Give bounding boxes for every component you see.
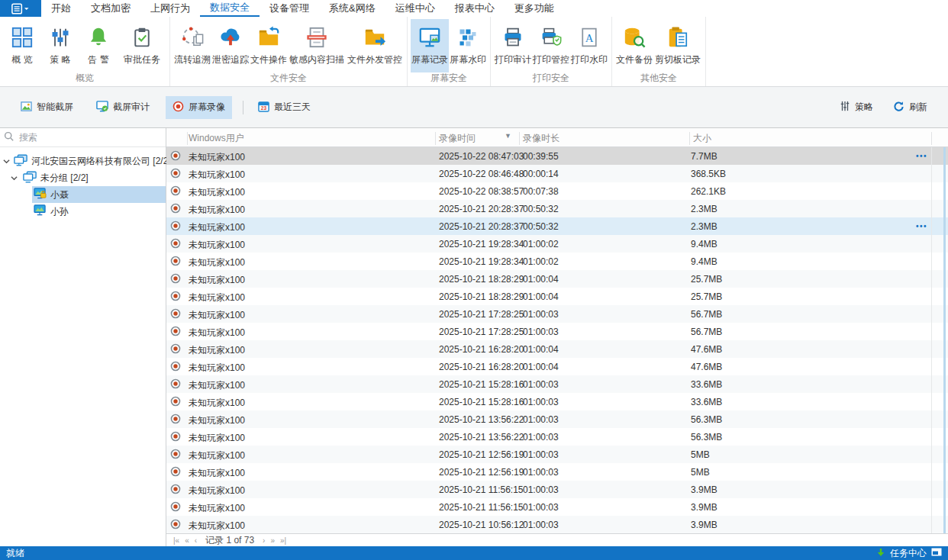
clipboard-record-button[interactable]: 剪切板记录 xyxy=(653,19,702,72)
smart-capture-button[interactable]: 智能截屏 xyxy=(14,96,80,119)
record-icon xyxy=(170,378,181,391)
file-backup-button[interactable]: 文件备份 xyxy=(615,19,653,72)
table-row[interactable]: 未知玩家x1002025-10-21 15:28:1601:00:0333.6M… xyxy=(166,393,948,410)
tab-ops-center[interactable]: 运维中心 xyxy=(385,0,445,17)
tree-node-company[interactable]: 河北安国云网络科技有限公司 [2/2] xyxy=(0,153,166,169)
tab-more[interactable]: 更多功能 xyxy=(505,0,564,17)
tree-node-terminal-xiaonie[interactable]: 小聂 xyxy=(0,186,166,203)
file-operations-button[interactable]: 文件操作 xyxy=(250,19,288,72)
table-row[interactable]: 未知玩家x1002025-10-21 12:56:1901:00:035MB xyxy=(166,446,948,463)
cell-record-time: 2025-10-21 20:28:37 xyxy=(439,204,524,214)
record-icon xyxy=(170,501,181,514)
cell-record-time: 2025-10-22 08:46:48 xyxy=(439,169,524,179)
record-icon xyxy=(170,185,181,198)
print-control-button[interactable]: 打印管控 xyxy=(532,19,570,72)
refresh-button[interactable]: 刷新 xyxy=(886,96,934,119)
cell-record-time: 2025-10-21 17:28:25 xyxy=(439,309,524,320)
prev-page-button[interactable]: ‹ xyxy=(195,536,197,545)
task-center-button[interactable]: 任务中心 xyxy=(876,547,942,560)
calendar-icon: 23 xyxy=(258,101,269,114)
tab-doc-encrypt[interactable]: 文档加密 xyxy=(81,0,140,17)
approval-tasks-button[interactable]: 审批任务 xyxy=(118,19,166,72)
column-header-duration[interactable]: 录像时长 xyxy=(523,132,559,145)
strategy-button[interactable]: 策略 xyxy=(833,96,880,119)
sensitive-scan-button[interactable]: 敏感内容扫描 xyxy=(288,19,346,72)
cell-windows-user: 未知玩家x100 xyxy=(189,204,245,217)
first-page-button[interactable]: |« xyxy=(173,536,179,545)
table-row[interactable]: 未知玩家x1002025-10-21 20:28:3700:50:322.3MB xyxy=(166,200,948,217)
print-watermark-button[interactable]: A 打印水印 xyxy=(570,19,608,72)
record-icon xyxy=(170,396,181,409)
cell-duration: 01:00:04 xyxy=(523,362,559,372)
prev-block-button[interactable]: « xyxy=(185,536,189,545)
row-menu-button[interactable]: ••• xyxy=(916,222,927,230)
tab-home[interactable]: 开始 xyxy=(41,0,81,17)
print-audit-button[interactable]: 打印审计 xyxy=(494,19,532,72)
flow-trace-button[interactable]: 流转追溯 xyxy=(173,19,211,72)
cell-duration: 01:00:02 xyxy=(523,256,559,267)
table-row[interactable]: 未知玩家x1002025-10-22 08:46:4800:00:14368.5… xyxy=(166,165,948,182)
cell-windows-user: 未知玩家x100 xyxy=(189,309,245,322)
cell-windows-user: 未知玩家x100 xyxy=(189,449,245,462)
sort-descending-icon[interactable]: ▼ xyxy=(505,132,511,140)
capture-audit-button[interactable]: 截屏审计 xyxy=(89,96,156,119)
table-row[interactable]: 未知玩家x1002025-10-21 16:28:2001:00:0447.6M… xyxy=(166,358,948,375)
table-row[interactable]: 未知玩家x1002025-10-21 15:28:1601:00:0333.6M… xyxy=(166,375,948,393)
last-page-button[interactable]: »| xyxy=(280,536,286,545)
cell-size: 56.3MB xyxy=(691,414,722,425)
tab-web-behavior[interactable]: 上网行为 xyxy=(140,0,200,17)
column-header-size[interactable]: 大小 xyxy=(693,132,711,145)
recent-three-days-button[interactable]: 23 最近三天 xyxy=(251,96,318,119)
column-header-record-time[interactable]: 录像时间 xyxy=(439,132,476,145)
app-menu-button[interactable] xyxy=(0,0,41,17)
table-row[interactable]: 未知玩家x1002025-10-21 20:28:3700:50:322.3MB… xyxy=(166,217,948,235)
table-row[interactable]: 未知玩家x1002025-10-21 10:56:1201:00:033.9MB xyxy=(166,516,948,533)
column-header-windows-user[interactable]: Windows用户 xyxy=(189,132,244,145)
tree-node-ungrouped[interactable]: 未分组 [2/2] xyxy=(0,169,166,186)
table-row[interactable]: 未知玩家x1002025-10-22 08:47:0300:39:557.7MB… xyxy=(166,147,948,165)
column-divider xyxy=(435,132,436,145)
table-row[interactable]: 未知玩家x1002025-10-21 17:28:2501:00:0356.7M… xyxy=(166,323,948,340)
leak-trace-button[interactable]: 泄密追踪 xyxy=(211,19,250,72)
cell-windows-user: 未知玩家x100 xyxy=(189,291,245,304)
row-menu-button[interactable]: ••• xyxy=(916,152,927,160)
file-outgoing-control-button[interactable]: 文件外发管控 xyxy=(346,19,404,72)
cell-size: 3.9MB xyxy=(691,502,717,513)
vertical-scrollbar[interactable] xyxy=(943,147,946,533)
chevron-down-icon[interactable] xyxy=(11,175,19,182)
cell-windows-user: 未知玩家x100 xyxy=(189,169,245,182)
screen-video-button[interactable]: 屏幕录像 xyxy=(166,96,232,119)
chevron-down-icon[interactable] xyxy=(3,158,10,165)
status-bar: 就绪 任务中心 xyxy=(0,546,948,560)
table-row[interactable]: 未知玩家x1002025-10-21 13:56:2201:00:0356.3M… xyxy=(166,428,948,446)
tree-node-terminal-xiaosun[interactable]: 小孙 xyxy=(0,203,166,220)
table-row[interactable]: 未知玩家x1002025-10-21 13:56:2201:00:0356.3M… xyxy=(166,410,948,428)
table-row[interactable]: 未知玩家x1002025-10-21 17:28:2501:00:0356.7M… xyxy=(166,305,948,323)
next-block-button[interactable]: » xyxy=(270,536,275,545)
record-icon xyxy=(170,343,181,356)
screen-record-button[interactable]: 屏幕记录 xyxy=(411,19,449,72)
table-row[interactable]: 未知玩家x1002025-10-21 19:28:3401:00:029.4MB xyxy=(166,253,948,270)
alert-button[interactable]: 告 警 xyxy=(79,19,118,72)
overview-button[interactable]: 概 览 xyxy=(3,19,41,72)
table-row[interactable]: 未知玩家x1002025-10-22 08:38:5700:07:38262.1… xyxy=(166,182,948,200)
tab-report-center[interactable]: 报表中心 xyxy=(445,0,505,17)
table-row[interactable]: 未知玩家x1002025-10-21 16:28:2001:00:0447.6M… xyxy=(166,340,948,358)
cell-record-time: 2025-10-21 16:28:20 xyxy=(439,344,524,355)
tab-device-mgmt[interactable]: 设备管理 xyxy=(260,0,319,17)
cell-windows-user: 未知玩家x100 xyxy=(189,256,245,269)
table-row[interactable]: 未知玩家x1002025-10-21 11:56:1501:00:033.9MB xyxy=(166,481,948,498)
table-row[interactable]: 未知玩家x1002025-10-21 18:28:2901:00:0425.7M… xyxy=(166,270,948,288)
tab-system-network[interactable]: 系统&网络 xyxy=(319,0,385,17)
next-page-button[interactable]: › xyxy=(263,536,265,545)
search-input[interactable]: 搜索 xyxy=(0,128,166,147)
table-row[interactable]: 未知玩家x1002025-10-21 19:28:3401:00:029.4MB xyxy=(166,235,948,253)
table-row[interactable]: 未知玩家x1002025-10-21 18:28:2901:00:0425.7M… xyxy=(166,288,948,305)
cell-duration: 00:39:55 xyxy=(523,151,559,162)
ribbon-group-file-security: 流转追溯 泄密追踪 文件操作 敏感内容扫描 文件外发管控 文件安全 xyxy=(170,17,408,86)
tab-data-security[interactable]: 数据安全 xyxy=(200,0,260,17)
table-row[interactable]: 未知玩家x1002025-10-21 11:56:1501:00:033.9MB xyxy=(166,498,948,516)
screen-watermark-button[interactable]: 屏幕水印 xyxy=(449,19,487,72)
policy-button[interactable]: 策 略 xyxy=(41,19,79,72)
table-row[interactable]: 未知玩家x1002025-10-21 12:56:1901:00:035MB xyxy=(166,463,948,481)
